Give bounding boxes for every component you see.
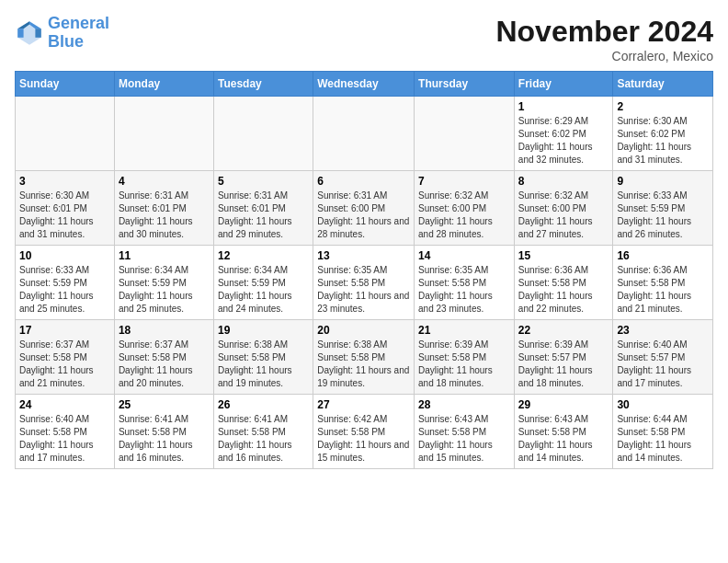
calendar-cell: 23Sunrise: 6:40 AM Sunset: 5:57 PM Dayli… xyxy=(613,320,713,395)
week-row-4: 24Sunrise: 6:40 AM Sunset: 5:58 PM Dayli… xyxy=(16,395,713,469)
day-info: Sunrise: 6:39 AM Sunset: 5:58 PM Dayligh… xyxy=(418,339,510,390)
day-number: 3 xyxy=(19,175,110,188)
day-number: 13 xyxy=(317,249,410,262)
weekday-header-wednesday: Wednesday xyxy=(313,72,415,97)
day-info: Sunrise: 6:33 AM Sunset: 5:59 PM Dayligh… xyxy=(19,264,110,316)
day-number: 5 xyxy=(218,175,309,188)
svg-marker-3 xyxy=(35,29,40,38)
day-info: Sunrise: 6:37 AM Sunset: 5:58 PM Dayligh… xyxy=(119,339,210,390)
calendar-cell xyxy=(415,97,515,171)
svg-marker-4 xyxy=(17,29,23,38)
calendar-cell: 17Sunrise: 6:37 AM Sunset: 5:58 PM Dayli… xyxy=(16,320,115,395)
day-number: 26 xyxy=(218,398,309,411)
day-number: 9 xyxy=(617,175,709,188)
title-block: November 2024 Corralero, Mexico xyxy=(495,15,713,63)
calendar-cell: 13Sunrise: 6:35 AM Sunset: 5:58 PM Dayli… xyxy=(313,246,415,320)
weekday-header-thursday: Thursday xyxy=(415,72,515,97)
logo-icon xyxy=(15,18,44,48)
calendar-cell: 21Sunrise: 6:39 AM Sunset: 5:58 PM Dayli… xyxy=(415,320,515,395)
calendar-cell: 25Sunrise: 6:41 AM Sunset: 5:58 PM Dayli… xyxy=(114,395,213,469)
day-number: 25 xyxy=(119,398,210,411)
day-info: Sunrise: 6:44 AM Sunset: 5:58 PM Dayligh… xyxy=(617,413,709,465)
day-number: 15 xyxy=(518,249,609,262)
day-info: Sunrise: 6:29 AM Sunset: 6:02 PM Dayligh… xyxy=(518,115,609,167)
calendar-cell: 27Sunrise: 6:42 AM Sunset: 5:58 PM Dayli… xyxy=(313,395,415,469)
calendar-cell xyxy=(313,97,415,171)
location: Corralero, Mexico xyxy=(495,49,713,63)
calendar-cell: 29Sunrise: 6:43 AM Sunset: 5:58 PM Dayli… xyxy=(514,395,613,469)
calendar-cell: 28Sunrise: 6:43 AM Sunset: 5:58 PM Dayli… xyxy=(415,395,515,469)
calendar-cell: 4Sunrise: 6:31 AM Sunset: 6:01 PM Daylig… xyxy=(114,171,213,246)
calendar-cell: 19Sunrise: 6:38 AM Sunset: 5:58 PM Dayli… xyxy=(213,320,313,395)
day-number: 27 xyxy=(317,398,410,411)
day-info: Sunrise: 6:30 AM Sunset: 6:02 PM Dayligh… xyxy=(617,115,709,167)
month-year: November 2024 xyxy=(495,15,713,49)
day-info: Sunrise: 6:42 AM Sunset: 5:58 PM Dayligh… xyxy=(317,413,410,465)
day-info: Sunrise: 6:41 AM Sunset: 5:58 PM Dayligh… xyxy=(218,413,309,465)
day-info: Sunrise: 6:36 AM Sunset: 5:58 PM Dayligh… xyxy=(617,264,709,316)
day-info: Sunrise: 6:36 AM Sunset: 5:58 PM Dayligh… xyxy=(518,264,609,316)
day-info: Sunrise: 6:30 AM Sunset: 6:01 PM Dayligh… xyxy=(19,190,110,241)
day-number: 21 xyxy=(418,324,510,337)
day-info: Sunrise: 6:32 AM Sunset: 6:00 PM Dayligh… xyxy=(518,190,609,241)
day-info: Sunrise: 6:43 AM Sunset: 5:58 PM Dayligh… xyxy=(518,413,609,465)
calendar-table: SundayMondayTuesdayWednesdayThursdayFrid… xyxy=(15,71,713,469)
calendar-cell: 3Sunrise: 6:30 AM Sunset: 6:01 PM Daylig… xyxy=(16,171,115,246)
calendar-cell: 2Sunrise: 6:30 AM Sunset: 6:02 PM Daylig… xyxy=(613,97,713,171)
day-number: 24 xyxy=(19,398,110,411)
day-number: 23 xyxy=(617,324,709,337)
day-number: 14 xyxy=(418,249,510,262)
weekday-header-sunday: Sunday xyxy=(16,72,115,97)
logo-text: General Blue xyxy=(48,15,109,52)
calendar-cell: 18Sunrise: 6:37 AM Sunset: 5:58 PM Dayli… xyxy=(114,320,213,395)
day-number: 29 xyxy=(518,398,609,411)
day-info: Sunrise: 6:41 AM Sunset: 5:58 PM Dayligh… xyxy=(119,413,210,465)
day-info: Sunrise: 6:32 AM Sunset: 6:00 PM Dayligh… xyxy=(418,190,510,241)
day-info: Sunrise: 6:35 AM Sunset: 5:58 PM Dayligh… xyxy=(418,264,510,316)
page-header: General Blue November 2024 Corralero, Me… xyxy=(15,15,713,63)
weekday-header-friday: Friday xyxy=(514,72,613,97)
calendar-cell: 8Sunrise: 6:32 AM Sunset: 6:00 PM Daylig… xyxy=(514,171,613,246)
day-number: 8 xyxy=(518,175,609,188)
calendar-cell xyxy=(213,97,313,171)
calendar-cell: 30Sunrise: 6:44 AM Sunset: 5:58 PM Dayli… xyxy=(613,395,713,469)
day-info: Sunrise: 6:43 AM Sunset: 5:58 PM Dayligh… xyxy=(418,413,510,465)
day-info: Sunrise: 6:31 AM Sunset: 6:01 PM Dayligh… xyxy=(218,190,309,241)
day-number: 30 xyxy=(617,398,709,411)
calendar-cell: 16Sunrise: 6:36 AM Sunset: 5:58 PM Dayli… xyxy=(613,246,713,320)
calendar-cell: 11Sunrise: 6:34 AM Sunset: 5:59 PM Dayli… xyxy=(114,246,213,320)
calendar-cell: 20Sunrise: 6:38 AM Sunset: 5:58 PM Dayli… xyxy=(313,320,415,395)
calendar-cell: 26Sunrise: 6:41 AM Sunset: 5:58 PM Dayli… xyxy=(213,395,313,469)
day-number: 12 xyxy=(218,249,309,262)
calendar-cell xyxy=(16,97,115,171)
weekday-header-monday: Monday xyxy=(114,72,213,97)
week-row-2: 10Sunrise: 6:33 AM Sunset: 5:59 PM Dayli… xyxy=(16,246,713,320)
calendar-cell: 1Sunrise: 6:29 AM Sunset: 6:02 PM Daylig… xyxy=(514,97,613,171)
day-number: 11 xyxy=(119,249,210,262)
day-info: Sunrise: 6:40 AM Sunset: 5:58 PM Dayligh… xyxy=(19,413,110,465)
week-row-3: 17Sunrise: 6:37 AM Sunset: 5:58 PM Dayli… xyxy=(16,320,713,395)
day-number: 4 xyxy=(119,175,210,188)
day-number: 2 xyxy=(617,100,709,113)
day-info: Sunrise: 6:31 AM Sunset: 6:01 PM Dayligh… xyxy=(119,190,210,241)
calendar-cell: 9Sunrise: 6:33 AM Sunset: 5:59 PM Daylig… xyxy=(613,171,713,246)
week-row-0: 1Sunrise: 6:29 AM Sunset: 6:02 PM Daylig… xyxy=(16,97,713,171)
calendar-cell: 10Sunrise: 6:33 AM Sunset: 5:59 PM Dayli… xyxy=(16,246,115,320)
weekday-header-tuesday: Tuesday xyxy=(213,72,313,97)
day-info: Sunrise: 6:38 AM Sunset: 5:58 PM Dayligh… xyxy=(218,339,309,390)
day-number: 1 xyxy=(518,100,609,113)
logo: General Blue xyxy=(15,15,109,52)
calendar-cell xyxy=(114,97,213,171)
day-number: 22 xyxy=(518,324,609,337)
day-number: 16 xyxy=(617,249,709,262)
day-number: 19 xyxy=(218,324,309,337)
day-info: Sunrise: 6:38 AM Sunset: 5:58 PM Dayligh… xyxy=(317,339,410,390)
weekday-header-saturday: Saturday xyxy=(613,72,713,97)
day-number: 28 xyxy=(418,398,510,411)
day-number: 7 xyxy=(418,175,510,188)
day-number: 10 xyxy=(19,249,110,262)
day-info: Sunrise: 6:35 AM Sunset: 5:58 PM Dayligh… xyxy=(317,264,410,316)
calendar-cell: 14Sunrise: 6:35 AM Sunset: 5:58 PM Dayli… xyxy=(415,246,515,320)
day-info: Sunrise: 6:33 AM Sunset: 5:59 PM Dayligh… xyxy=(617,190,709,241)
day-info: Sunrise: 6:40 AM Sunset: 5:57 PM Dayligh… xyxy=(617,339,709,390)
